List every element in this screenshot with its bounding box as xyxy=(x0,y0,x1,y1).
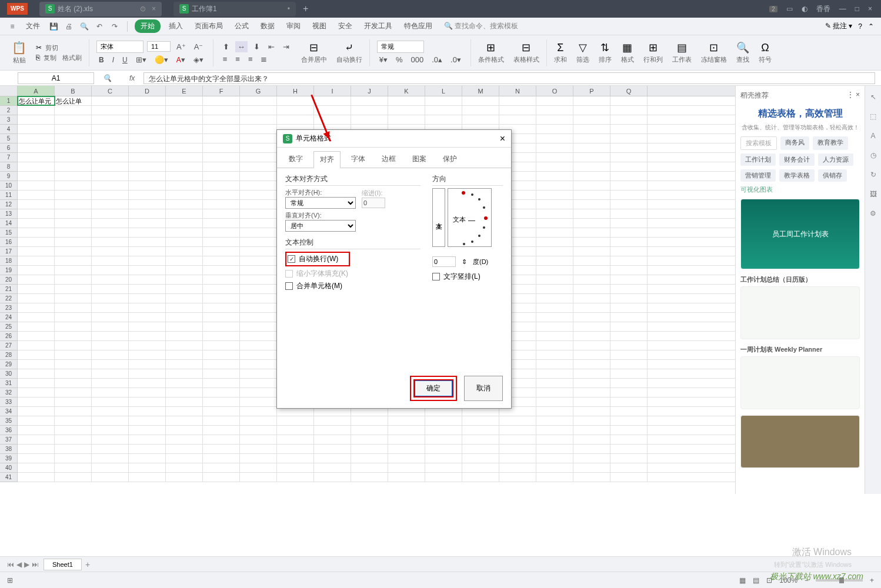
image-icon[interactable]: 🖼 xyxy=(868,189,879,199)
row-header[interactable]: 25 xyxy=(0,322,17,332)
tab-pin-icon[interactable]: ⊙ xyxy=(140,5,146,13)
percent-icon[interactable]: % xyxy=(393,54,405,65)
row-header[interactable]: 11 xyxy=(0,191,17,200)
next-sheet-icon[interactable]: ▶ xyxy=(24,560,29,569)
undo-icon[interactable]: ↶ xyxy=(94,21,105,32)
property-icon[interactable]: A xyxy=(868,131,879,141)
decimal-dec-icon[interactable]: .0▾ xyxy=(448,54,463,65)
col-header[interactable]: G xyxy=(240,86,277,96)
tab-protect[interactable]: 保护 xyxy=(437,151,463,168)
tab-border[interactable]: 边框 xyxy=(376,151,402,168)
last-sheet-icon[interactable]: ⏭ xyxy=(32,560,39,569)
degree-unit[interactable]: ⇕ xyxy=(462,258,467,266)
user-label[interactable]: 香香 xyxy=(816,4,830,14)
menu-formula[interactable]: 公式 xyxy=(231,19,252,34)
row-header[interactable]: 30 xyxy=(0,369,17,379)
row-header[interactable]: 26 xyxy=(0,332,17,341)
currency-icon[interactable]: ¥▾ xyxy=(377,54,390,65)
cut-icon[interactable]: ✂ xyxy=(36,44,42,52)
file-menu[interactable]: 文件 xyxy=(22,19,44,34)
underline-icon[interactable]: U xyxy=(120,54,130,65)
ok-button[interactable]: 确定 xyxy=(413,379,453,397)
font-select[interactable]: 宋体 xyxy=(96,41,144,53)
row-header[interactable]: 1 xyxy=(0,96,17,106)
row-header[interactable]: 6 xyxy=(0,143,17,153)
decrease-font-icon[interactable]: A⁻ xyxy=(192,41,206,52)
chart-link[interactable]: 可视化图表 xyxy=(740,185,860,194)
tab-align[interactable]: 对齐 xyxy=(313,151,341,168)
row-header[interactable]: 7 xyxy=(0,153,17,162)
align-middle-icon[interactable]: ↔ xyxy=(235,41,248,52)
save-icon[interactable]: 💾 xyxy=(48,21,59,32)
row-header[interactable]: 29 xyxy=(0,360,17,369)
minimize-icon[interactable]: — xyxy=(839,5,846,13)
settings-icon[interactable]: ⚙ xyxy=(868,208,879,219)
vertical-text-button[interactable]: 文本 xyxy=(432,188,445,247)
tag-hr[interactable]: 人力资源 xyxy=(818,153,853,166)
backup-icon[interactable]: ↻ xyxy=(868,169,879,180)
row-header[interactable]: 38 xyxy=(0,445,17,454)
sort-icon[interactable]: ⇅ xyxy=(600,41,609,54)
view-page-icon[interactable]: ▤ xyxy=(753,576,759,584)
zoom-icon[interactable]: 🔍 xyxy=(103,74,112,82)
help-icon[interactable]: ? xyxy=(858,22,862,31)
cancel-button[interactable]: 取消 xyxy=(464,376,503,401)
fx-icon[interactable]: fx xyxy=(129,74,135,82)
row-header[interactable]: 19 xyxy=(0,266,17,275)
name-box[interactable] xyxy=(18,72,94,84)
font-size-select[interactable]: 11 xyxy=(147,41,171,52)
bold-icon[interactable]: B xyxy=(96,54,106,65)
notification-badge[interactable]: 2 xyxy=(769,6,777,12)
row-header[interactable]: 36 xyxy=(0,426,17,435)
new-tab-button[interactable]: + xyxy=(303,4,308,14)
col-header[interactable]: N xyxy=(499,86,536,96)
maximize-icon[interactable]: □ xyxy=(855,5,859,13)
col-header[interactable]: H xyxy=(277,86,314,96)
italic-icon[interactable]: I xyxy=(110,54,116,65)
halign-select[interactable]: 常规 xyxy=(285,197,356,209)
formula-bar[interactable]: 怎么让单元格中的文字全部显示出来？ xyxy=(144,72,875,84)
symbol-icon[interactable]: Ω xyxy=(761,42,769,54)
increase-font-icon[interactable]: A⁺ xyxy=(174,41,188,52)
menu-dev[interactable]: 开发工具 xyxy=(361,19,396,34)
search-box[interactable]: 🔍 查找命令、搜索模板 xyxy=(440,19,522,34)
menu-data[interactable]: 数据 xyxy=(257,19,278,34)
sum-icon[interactable]: Σ xyxy=(557,42,563,54)
align-top-icon[interactable]: ⬆ xyxy=(221,41,232,52)
col-header[interactable]: E xyxy=(166,86,203,96)
col-header[interactable]: C xyxy=(92,86,129,96)
number-format-select[interactable]: 常规 xyxy=(377,41,424,53)
orientation-dial[interactable]: 文本 — xyxy=(448,188,492,247)
tab-close-icon[interactable]: × xyxy=(152,5,156,13)
tag-marketing[interactable]: 营销管理 xyxy=(740,169,776,182)
row-header[interactable]: 37 xyxy=(0,435,17,445)
menu-view[interactable]: 视图 xyxy=(309,19,330,34)
filter-icon[interactable]: ▽ xyxy=(579,41,587,54)
menu-start[interactable]: 开始 xyxy=(135,19,161,33)
menu-security[interactable]: 安全 xyxy=(335,19,356,34)
row-header[interactable]: 28 xyxy=(0,350,17,360)
tag-inventory[interactable]: 供销存 xyxy=(818,169,847,182)
redo-icon[interactable]: ↷ xyxy=(109,21,120,32)
merge-checkbox[interactable] xyxy=(285,282,293,290)
table-style-icon[interactable]: ⊟ xyxy=(522,41,530,54)
col-header[interactable]: Q xyxy=(610,86,648,96)
align-right-icon[interactable]: ≡ xyxy=(246,54,255,65)
cursor-icon[interactable]: ↖ xyxy=(868,92,879,102)
doc-tab-2[interactable]: S 工作簿1 • xyxy=(173,2,296,16)
thousands-icon[interactable]: 000 xyxy=(409,54,426,65)
col-header[interactable]: P xyxy=(573,86,610,96)
menu-layout[interactable]: 页面布局 xyxy=(191,19,226,34)
find-icon[interactable]: 🔍 xyxy=(736,41,749,54)
copy-icon[interactable]: ⎘ xyxy=(36,54,40,62)
template-card[interactable] xyxy=(740,286,860,339)
first-sheet-icon[interactable]: ⏮ xyxy=(7,560,14,569)
indent-dec-icon[interactable]: ⇤ xyxy=(266,41,277,52)
row-header[interactable]: 18 xyxy=(0,256,17,266)
row-header[interactable]: 24 xyxy=(0,313,17,322)
row-header[interactable]: 40 xyxy=(0,463,17,473)
menu-special[interactable]: 特色应用 xyxy=(401,19,436,34)
col-header[interactable]: B xyxy=(55,86,92,96)
row-header[interactable]: 32 xyxy=(0,388,17,397)
template-card[interactable]: 员工周工作计划表 xyxy=(740,199,860,269)
